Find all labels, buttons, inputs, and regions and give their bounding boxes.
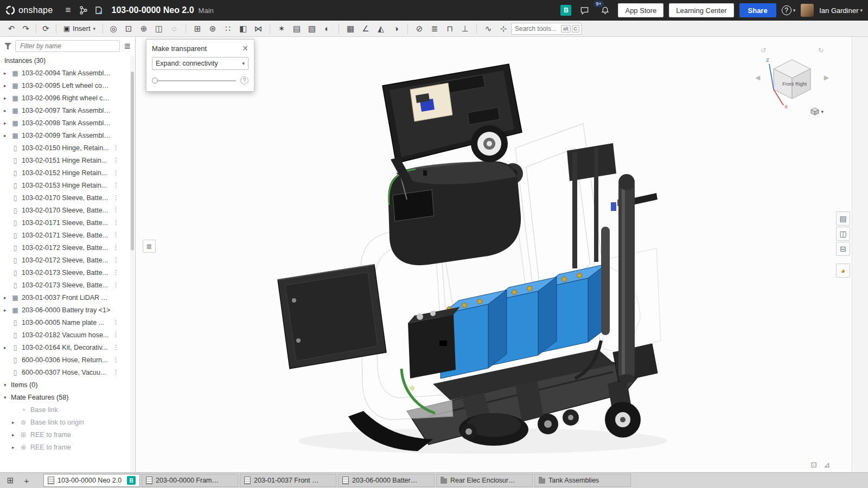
custom-feature-icon[interactable]: ⊹ bbox=[496, 22, 511, 36]
user-menu[interactable]: Ian Gardiner ▾ bbox=[819, 7, 863, 15]
tree-row[interactable]: ▸ 103-02-0096 Right wheel cover <... ⋮ bbox=[0, 92, 135, 104]
list-options-icon[interactable]: ≣ bbox=[124, 41, 131, 51]
expand-arrow-icon[interactable]: ▸ bbox=[4, 70, 11, 76]
document-tab[interactable]: 203-01-0037 Front LiD... bbox=[240, 474, 336, 487]
insert-button[interactable]: ▣ Insert ▾ bbox=[59, 22, 100, 36]
sheet-metal-icon[interactable]: ⊓ bbox=[442, 22, 457, 36]
expand-arrow-icon[interactable]: ▸ bbox=[4, 120, 11, 126]
expand-arrow-icon[interactable]: ▸ bbox=[12, 445, 19, 450]
tree-row[interactable]: ▸ 103-02-0173 Sleeve, Batte... ⋮ bbox=[0, 279, 135, 291]
version-badge[interactable]: B bbox=[560, 5, 571, 16]
display-states-icon[interactable]: ▧ bbox=[304, 22, 320, 36]
tree-row[interactable]: ▸ 103-02-0164 Kit, Decorativ... ⋮ bbox=[0, 341, 135, 354]
items-group-row[interactable]: ▾ Items (0) bbox=[0, 378, 135, 391]
rotate-left-arrow-icon[interactable]: ◀ bbox=[755, 74, 760, 81]
mate-feature-row[interactable]: ▸ ⊞ REE to frame bbox=[0, 428, 135, 441]
undo-icon[interactable]: ↶ bbox=[4, 22, 18, 36]
configurations-icon[interactable]: ≣ bbox=[427, 22, 442, 36]
tree-row[interactable]: ▸ 103-02-0182 Vacuum hose... ⋮ bbox=[0, 329, 135, 341]
tree-row[interactable]: ▸ 103-00-0005 Name plate ... ⋮ bbox=[0, 316, 135, 329]
expand-mode-select[interactable]: Expand: connectivity ▾ bbox=[152, 57, 248, 70]
expand-arrow-icon[interactable]: ▸ bbox=[4, 95, 11, 101]
bom-icon[interactable]: ▦ bbox=[343, 22, 358, 36]
expand-arrow-icon[interactable]: ▸ bbox=[4, 345, 11, 350]
mate-connector-indicator-icon[interactable]: ⋮ bbox=[113, 369, 119, 376]
named-positions-icon[interactable]: ◫ bbox=[151, 22, 167, 36]
tree-row[interactable]: ▸ 103-02-0152 Hinge Retain... ⋮ bbox=[0, 166, 135, 179]
mate-connector-indicator-icon[interactable]: ⋮ bbox=[113, 269, 119, 276]
circular-pattern-icon[interactable]: ⊛ bbox=[205, 22, 220, 36]
rotate-right-arrow-icon[interactable]: ▶ bbox=[824, 74, 829, 81]
avatar[interactable] bbox=[801, 4, 814, 17]
mass-properties-icon[interactable]: ◭ bbox=[373, 22, 388, 36]
dialog-help-icon[interactable]: ? bbox=[240, 76, 248, 85]
tree-row[interactable]: ▸ 103-02-0171 Sleeve, Batte... ⋮ bbox=[0, 216, 135, 229]
tree-row[interactable]: ▸ 600-00-0307 Hose, Vacuu... ⋮ bbox=[0, 366, 135, 378]
tab-manager-icon[interactable]: ⊞ bbox=[3, 474, 17, 487]
tree-row[interactable]: ▸ 103-02-0151 Hinge Retain... ⋮ bbox=[0, 154, 135, 166]
chevron-down-icon[interactable]: ▾ bbox=[4, 382, 11, 388]
expand-arrow-icon[interactable]: ▸ bbox=[12, 420, 19, 425]
tree-row[interactable]: ▸ 600-00-0306 Hose, Return... ⋮ bbox=[0, 354, 135, 366]
add-tab-icon[interactable]: + bbox=[20, 474, 34, 487]
snap-mode-icon[interactable]: ◌ bbox=[167, 22, 182, 36]
expand-arrow-icon[interactable]: ▸ bbox=[4, 108, 11, 113]
panel-scrollbar[interactable] bbox=[130, 56, 135, 472]
tree-row[interactable]: ▸ 103-02-0150 Hinge, Retain... ⋮ bbox=[0, 142, 135, 154]
mate-connector-indicator-icon[interactable]: ⋮ bbox=[113, 169, 119, 176]
replicate-icon[interactable]: ⋈ bbox=[251, 22, 266, 36]
mate-connector-indicator-icon[interactable]: ⋮ bbox=[113, 319, 119, 326]
linear-pattern-icon[interactable]: ⊞ bbox=[190, 22, 205, 36]
mate-icon[interactable]: ◎ bbox=[106, 22, 121, 36]
tree-row[interactable]: ▸ 103-02-0097 Tank Assembly, Fro... ⋮ bbox=[0, 104, 135, 117]
help-menu[interactable]: ? ▾ bbox=[782, 5, 796, 15]
display-states-panel-icon[interactable]: ⊟ bbox=[836, 242, 850, 256]
section-view-icon[interactable]: ◐ bbox=[320, 22, 335, 36]
mate-connector-indicator-icon[interactable]: ⋮ bbox=[113, 356, 119, 363]
tree-row[interactable]: ▸ 103-02-0172 Sleeve, Batte... ⋮ bbox=[0, 254, 135, 266]
feature-list-flyout-button[interactable]: ≣ bbox=[143, 240, 156, 253]
close-icon[interactable]: ✕ bbox=[242, 44, 248, 53]
cad-model[interactable] bbox=[136, 37, 852, 472]
tree-row[interactable]: ▸ 103-02-0173 Sleeve, Batte... ⋮ bbox=[0, 266, 135, 279]
mate-connector-indicator-icon[interactable]: ⋮ bbox=[113, 232, 119, 239]
tree-row[interactable]: ▸ 103-02-0095 Left wheel cover <1> ⋮ bbox=[0, 79, 135, 92]
mate-feature-row[interactable]: ▸ ⊕ REE to frame bbox=[0, 441, 135, 453]
tree-row[interactable]: ▸ 203-06-0000 Battery tray <1> ⋮ bbox=[0, 304, 135, 316]
tree-row[interactable]: ▸ 103-02-0170 Sleeve, Batte... ⋮ bbox=[0, 204, 135, 216]
mate-connector-indicator-icon[interactable]: ⋮ bbox=[113, 194, 119, 201]
onshape-logo[interactable]: onshape bbox=[5, 5, 53, 15]
mate-connector-indicator-icon[interactable]: ⋮ bbox=[113, 207, 119, 214]
redo-icon[interactable]: ↷ bbox=[18, 22, 33, 36]
learning-center-button[interactable]: Learning Center bbox=[669, 3, 733, 17]
tree-row[interactable]: ▸ 103-02-0099 Tank Assembly, Re... ⋮ bbox=[0, 129, 135, 142]
mate-connector-indicator-icon[interactable]: ⋮ bbox=[113, 256, 119, 264]
mate-connector-indicator-icon[interactable]: ⋮ bbox=[113, 344, 119, 351]
roll-cw-icon[interactable]: ↻ bbox=[818, 47, 824, 54]
view-cube[interactable]: Front Right Z X ◀ ▶ ↺ ↻ bbox=[756, 43, 828, 115]
configurations-panel-icon[interactable]: ◫ bbox=[836, 227, 850, 241]
document-tab[interactable]: 103-00-0000 Neo 2.0 B bbox=[43, 474, 140, 487]
measure-icon[interactable]: ∠ bbox=[358, 22, 373, 36]
mate-connector-indicator-icon[interactable]: ⋮ bbox=[113, 281, 119, 288]
main-menu-icon[interactable]: ≡ bbox=[61, 3, 76, 18]
workspace-name[interactable]: Main bbox=[199, 7, 214, 15]
appearance-panel-icon[interactable]: ◕ bbox=[836, 264, 850, 278]
document-tab[interactable]: Tank Assemblies bbox=[534, 474, 631, 487]
expand-arrow-icon[interactable]: ▸ bbox=[12, 432, 19, 438]
create-document-icon[interactable] bbox=[91, 3, 106, 18]
perspective-toggle-icon[interactable]: ⊡ bbox=[811, 460, 818, 469]
mate-connector-indicator-icon[interactable]: ⋮ bbox=[113, 331, 119, 338]
mate-feature-row[interactable]: ▸ ◔ Base link bbox=[0, 403, 135, 416]
tree-row[interactable]: ▸ 103-02-0171 Sleeve, Batte... ⋮ bbox=[0, 229, 135, 241]
mate-connector-icon[interactable]: ⊕ bbox=[136, 22, 151, 36]
chevron-down-icon[interactable]: ▾ bbox=[4, 395, 11, 400]
feature-pattern-icon[interactable]: ∷ bbox=[220, 22, 235, 36]
material-icon[interactable]: ⊘ bbox=[412, 22, 427, 36]
explode-icon[interactable]: ✶ bbox=[274, 22, 289, 36]
belt-icon[interactable]: ∿ bbox=[481, 22, 496, 36]
versions-icon[interactable] bbox=[76, 3, 91, 18]
mate-connector-indicator-icon[interactable]: ⋮ bbox=[113, 219, 119, 226]
share-button[interactable]: Share bbox=[739, 3, 776, 17]
mate-connector-indicator-icon[interactable]: ⋮ bbox=[113, 144, 119, 151]
